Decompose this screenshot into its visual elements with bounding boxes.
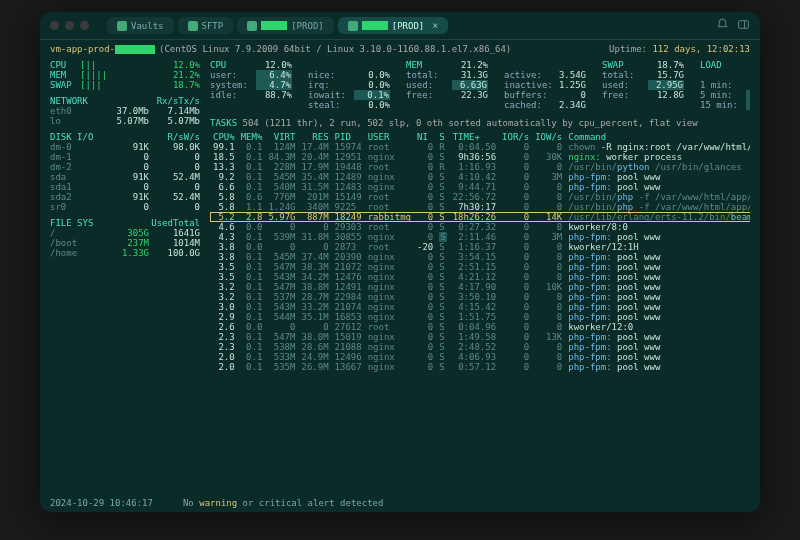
folder-icon: [188, 21, 198, 31]
bar-mem: MEM[|||| 21.2%: [50, 70, 200, 80]
tab-3[interactable]: [PROD]×: [338, 17, 449, 34]
process-table[interactable]: CPU%MEM%VIRTRESPIDUSERNISTIME+IOR/sIOW/s…: [210, 132, 750, 488]
resource-bars: CPU[|| 12.0%MEM[|||| 21.2%SWAP[||| 18.7%: [50, 60, 200, 90]
titlebar: VaultsSFTP[PROD][PROD]×: [40, 12, 760, 40]
row-sr0: sr000: [50, 202, 200, 212]
process-row[interactable]: 5.8 1.1 1.24G 340M 9225 root 0 S 7h30:17…: [210, 202, 750, 212]
row-dm-0: dm-091K98.0K: [50, 142, 200, 152]
process-row[interactable]: 4.3 0.1 539M 31.8M 30855 nginx 0 S 2:11.…: [210, 232, 750, 242]
process-row[interactable]: 3.5 0.1 543M 34.2M 12476 nginx 0 S 4:21.…: [210, 272, 750, 282]
process-row[interactable]: 5.8 0.6 776M 201M 15149 root 0 S 22:56.7…: [210, 192, 750, 202]
process-row[interactable]: 2.6 0.0 0 0 27612 root 0 S 0:04.96 0 0 k…: [210, 322, 750, 332]
process-row[interactable]: 5.2 2.8 5.97G 887M 18249 rabbitmq 0 S 18…: [210, 212, 750, 222]
hostline: vm-app-prod- (CentOS Linux 7.9.2009 64bi…: [40, 40, 760, 58]
diskio-section: DISK I/OR/sW/sdm-091K98.0Kdm-100dm-200sd…: [50, 132, 200, 212]
vaults-icon: [117, 21, 127, 31]
process-row[interactable]: 2.0 0.1 533M 24.9M 12496 nginx 0 S 4:06.…: [210, 352, 750, 362]
process-row[interactable]: 2.3 0.1 547M 38.0M 15019 nginx 0 S 1:49.…: [210, 332, 750, 342]
process-row[interactable]: 2.9 0.1 544M 35.1M 16853 nginx 0 S 1:51.…: [210, 312, 750, 322]
row-dm-1: dm-100: [50, 152, 200, 162]
hostname: vm-app-prod-: [50, 44, 155, 54]
tab-0[interactable]: Vaults: [107, 17, 174, 34]
svg-rect-0: [739, 21, 749, 29]
close-icon[interactable]: ×: [432, 20, 438, 31]
process-row[interactable]: 4.6 0.0 0 0 29303 root 0 S 0:27.32 0 0 k…: [210, 222, 750, 232]
process-row[interactable]: 2.0 0.1 535M 26.9M 13667 nginx 0 S 0:57.…: [210, 362, 750, 372]
row-sda1: sda100: [50, 182, 200, 192]
window-controls[interactable]: [50, 21, 89, 30]
tabs: VaultsSFTP[PROD][PROD]×: [107, 17, 448, 34]
tab-1[interactable]: SFTP: [178, 17, 234, 34]
tab-2[interactable]: [PROD]: [237, 17, 334, 34]
process-row[interactable]: 3.8 0.1 545M 37.4M 20390 nginx 0 S 3:54.…: [210, 252, 750, 262]
ubuntu-icon: [247, 21, 257, 31]
alert-message: No warning or critical alert detected: [183, 498, 384, 508]
process-row[interactable]: 6.6 0.1 540M 31.5M 12483 nginx 0 S 9:44.…: [210, 182, 750, 192]
process-row[interactable]: 3.0 0.1 543M 33.2M 21074 nginx 0 S 4:15.…: [210, 302, 750, 312]
row-lo: lo5.07Mb5.07Mb: [50, 116, 200, 126]
bar-swap: SWAP[||| 18.7%: [50, 80, 200, 90]
system-string: (CentOS Linux 7.9.2009 64bit / Linux 3.1…: [159, 44, 511, 54]
process-row[interactable]: 3.2 0.1 547M 38.8M 12491 nginx 0 S 4:17.…: [210, 282, 750, 292]
tasks-line: TASKS 504 (1211 thr), 2 run, 502 slp, 0 …: [210, 118, 750, 128]
clock: 2024-10-29 10:46:17: [50, 498, 153, 508]
filesys-section: FILE SYSUsedTotal/305G1641G/boot237M1014…: [50, 218, 200, 258]
right-panel: CPU12.0%user:6.4%system:4.7%idle:88.7% n…: [210, 60, 750, 488]
row-/boot: /boot237M1014M: [50, 238, 200, 248]
process-row[interactable]: 3.5 0.1 547M 38.3M 21072 nginx 0 S 2:51.…: [210, 262, 750, 272]
bar-cpu: CPU[|| 12.0%: [50, 60, 200, 70]
row-eth0: eth037.0Mb7.14Mb: [50, 106, 200, 116]
network-section: NETWORKRx/sTx/seth037.0Mb7.14Mblo5.07Mb5…: [50, 96, 200, 126]
process-row[interactable]: 13.3 0.1 228M 17.9M 19448 root 0 R 1:16.…: [210, 162, 750, 172]
statusbar: 2024-10-29 10:46:17 No warning or critic…: [40, 494, 760, 512]
row-sda2: sda291K52.4M: [50, 192, 200, 202]
row-dm-2: dm-200: [50, 162, 200, 172]
terminal-window: VaultsSFTP[PROD][PROD]× vm-app-prod- (Ce…: [40, 12, 760, 512]
bell-icon[interactable]: [716, 18, 729, 33]
process-row[interactable]: 18.5 0.1 84.3M 20.4M 12951 nginx 0 S 9h3…: [210, 152, 750, 162]
uptime: Uptime: 112 days, 12:02:13: [609, 44, 750, 54]
process-row[interactable]: 2.3 0.1 538M 28.6M 21088 nginx 0 S 2:48.…: [210, 342, 750, 352]
process-row[interactable]: 9.2 0.1 545M 35.4M 12489 nginx 0 S 4:10.…: [210, 172, 750, 182]
top-stats-grid: CPU12.0%user:6.4%system:4.7%idle:88.7% n…: [210, 60, 750, 110]
left-panel: CPU[|| 12.0%MEM[|||| 21.2%SWAP[||| 18.7%…: [50, 60, 200, 488]
term-icon: [348, 21, 358, 31]
process-row[interactable]: 3.2 0.1 537M 28.7M 22984 nginx 0 S 3:50.…: [210, 292, 750, 302]
process-row[interactable]: 99.1 0.1 124M 17.4M 15974 root 0 R 0:04.…: [210, 142, 750, 152]
row-/home: /home1.33G100.0G: [50, 248, 200, 258]
process-row[interactable]: 3.8 0.0 0 0 2873 root -20 S 1:16.37 0 0 …: [210, 242, 750, 252]
row-sda: sda91K52.4M: [50, 172, 200, 182]
row-/: /305G1641G: [50, 228, 200, 238]
panel-icon[interactable]: [737, 18, 750, 33]
